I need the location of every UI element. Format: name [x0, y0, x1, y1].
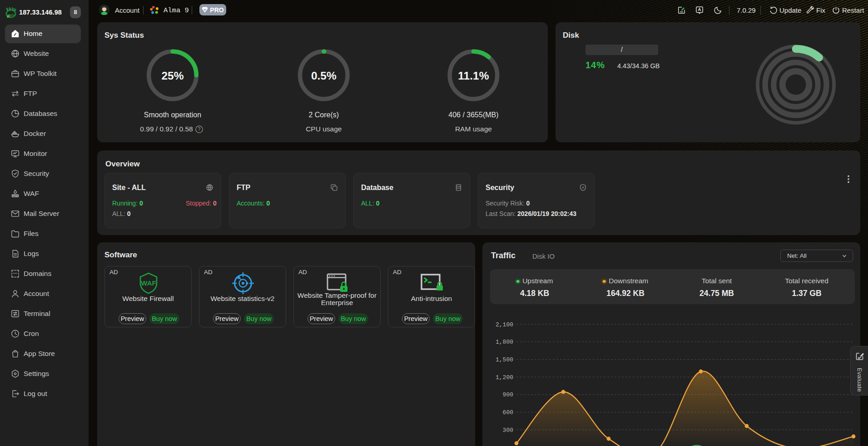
svg-text:600: 600 — [503, 409, 513, 416]
svg-text:?: ? — [198, 127, 201, 132]
svg-text:1,800: 1,800 — [496, 339, 513, 346]
svg-text:300: 300 — [503, 427, 513, 434]
svg-text:WAF: WAF — [141, 279, 156, 287]
svg-text:2,100: 2,100 — [496, 321, 513, 328]
svg-text:1,200: 1,200 — [496, 374, 513, 381]
svg-text:900: 900 — [503, 391, 513, 398]
svg-text:1,500: 1,500 — [496, 356, 513, 363]
